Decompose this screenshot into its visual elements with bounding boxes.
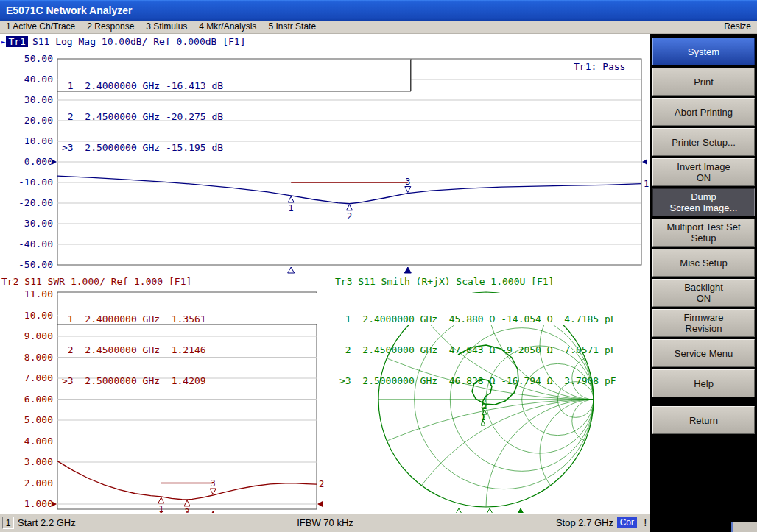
stop-frequency: Stop 2.7 GHz [556,517,613,528]
tr1-marker-table: 1 2.4000000 GHz -16.413 dB 2 2.4500000 G… [58,60,411,91]
menu-4-mkr-analysis[interactable]: 4 Mkr/Analysis [199,21,256,33]
instrument-display: 12311232321 ► Tr1 S11 Log Mag 10.00dB/ R… [0,34,650,513]
start-frequency: Start 2.2 GHz [18,517,76,528]
tr3-marker-row: 1 2.4000000 GHz 45.880 Ω -14.054 Ω 4.718… [339,314,632,324]
window-titlebar: E5071C Network Analyzer [0,0,757,21]
tr1-header-text: S11 Log Mag 10.00dB/ Ref 0.000dB [F1] [32,36,246,47]
tr2-marker-table: 1 2.4000000 GHz 1.3561 2 2.4500000 GHz 1… [58,293,317,324]
tr2-marker-row: >3 2.5000000 GHz 1.4209 [62,376,317,386]
tr1-marker-row: >3 2.5000000 GHz -15.195 dB [62,143,410,153]
menu-3-stimulus[interactable]: 3 Stimulus [146,21,187,33]
softkey-system[interactable]: System [652,38,755,65]
softkey-printer-setup[interactable]: Printer Setup... [652,128,755,156]
tr3-marker-row: 2 2.4500000 GHz 47.643 Ω -9.2050 Ω 7.057… [339,345,632,355]
softkey-abort-printing[interactable]: Abort Printing [652,98,755,126]
svg-text:2: 2 [319,479,324,489]
background-window-fragment [731,522,757,532]
softkey-return[interactable]: Return [652,406,755,434]
tr3-header: Tr3 S11 Smith (R+jX) Scale 1.000U [F1] [335,276,554,287]
svg-text:1: 1 [481,413,486,422]
tr2-header: Tr2 S11 SWR 1.000/ Ref 1.000 [F1] [1,276,191,287]
softkey-service-menu[interactable]: Service Menu [652,339,755,367]
correction-badge: Cor [617,517,637,528]
ifbw-readout: IFBW 70 kHz [297,517,353,528]
softkey-panel: SystemPrintAbort PrintingPrinter Setup..… [650,34,757,532]
softkey-invert-image-on[interactable]: Invert ImageON [652,158,755,186]
svg-text:3: 3 [405,177,410,187]
tr1-marker-row: 2 2.4500000 GHz -20.275 dB [62,112,410,122]
tr1-chip: Tr1 [6,36,27,47]
tr2-marker-row: 2 2.4500000 GHz 1.2146 [62,345,317,355]
menu-items: 1 Active Ch/Trace2 Response3 Stimulus4 M… [6,21,316,33]
softkey-multiport-test-set-setup[interactable]: Multiport Test SetSetup [652,219,755,247]
menu-5-instr-state[interactable]: 5 Instr State [268,21,316,33]
resize-button[interactable]: Resize [724,21,751,33]
tr1-header: ► Tr1 S11 Log Mag 10.00dB/ Ref 0.000dB [… [1,36,246,47]
svg-text:3: 3 [211,478,216,489]
softkey-dump-screen-image[interactable]: DumpScreen Image... [652,188,755,216]
tr2-marker-row: 1 2.4000000 GHz 1.3561 [62,314,317,324]
softkey-help[interactable]: Help [652,369,755,397]
softkey-misc-setup[interactable]: Misc Setup [652,249,755,277]
status-bar: 1 Start 2.2 GHz IFBW 70 kHz Stop 2.7 GHz… [0,513,650,532]
menu-bar: 1 Active Ch/Trace2 Response3 Stimulus4 M… [0,21,757,34]
menu-spacer [316,21,724,33]
softkey-print[interactable]: Print [652,68,755,96]
tr3-marker-table: 1 2.4000000 GHz 45.880 Ω -14.054 Ω 4.718… [336,293,632,325]
warning-indicator: ! [644,517,647,528]
analyzer-screen: E5071C Network Analyzer 1 Active Ch/Trac… [0,0,757,532]
tr1-pass-status: Tr1: Pass [574,61,625,72]
svg-text:2: 2 [347,211,352,221]
active-trace-arrow-icon: ► [1,38,5,46]
softkey-backlight-on[interactable]: BacklightON [652,279,755,307]
softkey-firmware-revision[interactable]: FirmwareRevision [652,309,755,337]
tr3-marker-row: >3 2.5000000 GHz 46.838 Ω -16.794 Ω 3.79… [339,376,632,386]
menu-2-response[interactable]: 2 Response [87,21,134,33]
menu-1-active-ch-trace[interactable]: 1 Active Ch/Trace [6,21,75,33]
window-title: E5071C Network Analyzer [6,4,132,16]
tr1-marker-row: 1 2.4000000 GHz -16.413 dB [62,81,410,91]
channel-indicator: 1 [2,517,14,529]
svg-text:1: 1 [644,179,649,189]
svg-text:1: 1 [289,203,294,213]
